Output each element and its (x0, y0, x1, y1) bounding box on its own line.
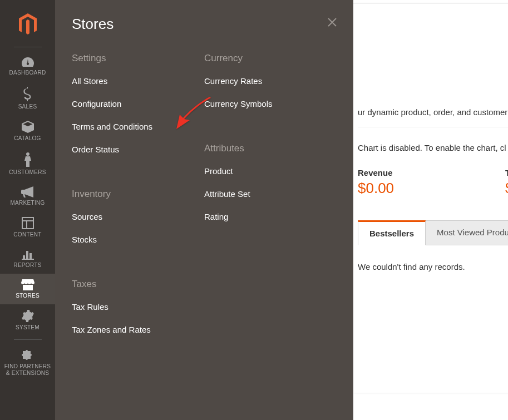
metric-tax: Ta $0 (505, 168, 508, 197)
nav-catalog[interactable]: CATALOG (0, 115, 55, 147)
flyout-col-right: Currency Currency Rates Currency Symbols… (204, 53, 337, 341)
metric-value: $0 (505, 180, 508, 197)
dashboard-main: ur dynamic product, order, and customer … (353, 3, 508, 393)
nav-label: CATALOG (14, 135, 41, 141)
close-button[interactable] (327, 17, 338, 30)
tab-most-viewed[interactable]: Most Viewed Product (426, 220, 508, 245)
group-inventory: Inventory (72, 189, 204, 200)
nav-stores[interactable]: STORES (0, 274, 55, 304)
nav-reports[interactable]: REPORTS (0, 243, 55, 274)
box-icon (21, 121, 34, 133)
nav-partners[interactable]: FIND PARTNERS & EXTENSIONS (0, 343, 55, 382)
link-terms[interactable]: Terms and Conditions (72, 115, 204, 138)
nav-label: CONTENT (13, 231, 41, 238)
metric-label: Revenue (358, 168, 394, 177)
nav-sales[interactable]: SALES (0, 81, 55, 115)
stores-flyout-panel: Stores Settings All Stores Configuration… (55, 0, 353, 420)
nav-label: MARKETING (10, 200, 45, 206)
nav-marketing[interactable]: MARKETING (0, 181, 55, 211)
nav-label: STORES (16, 293, 40, 299)
group-attributes: Attributes (204, 143, 337, 154)
dashboard-tabs: Bestsellers Most Viewed Product (358, 220, 508, 245)
flyout-col-left: Settings All Stores Configuration Terms … (72, 53, 204, 341)
layout-icon (22, 217, 34, 229)
link-sources[interactable]: Sources (72, 205, 204, 228)
chart-disabled-note: Chart is disabled. To enable the chart, … (358, 127, 508, 158)
link-product[interactable]: Product (204, 160, 337, 182)
link-all-stores[interactable]: All Stores (72, 70, 204, 92)
nav-label: SYSTEM (16, 324, 40, 330)
link-tax-rules[interactable]: Tax Rules (72, 295, 204, 318)
nav-label: DASHBOARD (9, 70, 46, 76)
metric-revenue: Revenue $0.00 (358, 168, 394, 197)
flyout-title: Stores (72, 16, 337, 33)
link-currency-symbols[interactable]: Currency Symbols (204, 92, 337, 115)
metric-value: $0.00 (358, 180, 394, 197)
group-currency: Currency (204, 53, 337, 64)
gauge-icon (21, 56, 35, 67)
nav-label: REPORTS (13, 262, 41, 268)
magento-logo-icon[interactable] (18, 13, 38, 38)
group-settings: Settings (72, 53, 204, 64)
gear-icon (22, 310, 34, 322)
bars-icon (22, 249, 34, 260)
nav-label: CUSTOMERS (9, 169, 46, 175)
puzzle-icon (22, 349, 34, 361)
nav-label: SALES (18, 103, 37, 110)
nav-customers[interactable]: CUSTOMERS (0, 147, 55, 181)
storefront-icon (21, 279, 34, 290)
link-order-status[interactable]: Order Status (72, 138, 204, 161)
nav-content[interactable]: CONTENT (0, 211, 55, 243)
nav-dashboard[interactable]: DASHBOARD (0, 51, 55, 81)
dollar-icon (23, 87, 33, 101)
info-text: ur dynamic product, order, and customer (358, 104, 508, 127)
megaphone-icon (21, 186, 34, 197)
link-rating[interactable]: Rating (204, 205, 337, 228)
tab-bestsellers[interactable]: Bestsellers (358, 220, 426, 245)
link-attribute-set[interactable]: Attribute Set (204, 182, 337, 205)
group-taxes: Taxes (72, 279, 204, 290)
link-currency-rates[interactable]: Currency Rates (204, 70, 337, 92)
person-icon (24, 152, 32, 167)
link-configuration[interactable]: Configuration (72, 92, 204, 115)
nav-label: FIND PARTNERS & EXTENSIONS (2, 363, 53, 377)
close-icon (327, 17, 338, 28)
primary-nav: DASHBOARD SALES CATALOG CUSTOMERS MARKET… (0, 0, 55, 420)
nav-system[interactable]: SYSTEM (0, 304, 55, 336)
metric-label: Ta (505, 168, 508, 177)
no-records-text: We couldn't find any records. (358, 262, 508, 271)
link-tax-zones[interactable]: Tax Zones and Rates (72, 318, 204, 341)
link-stocks[interactable]: Stocks (72, 228, 204, 251)
